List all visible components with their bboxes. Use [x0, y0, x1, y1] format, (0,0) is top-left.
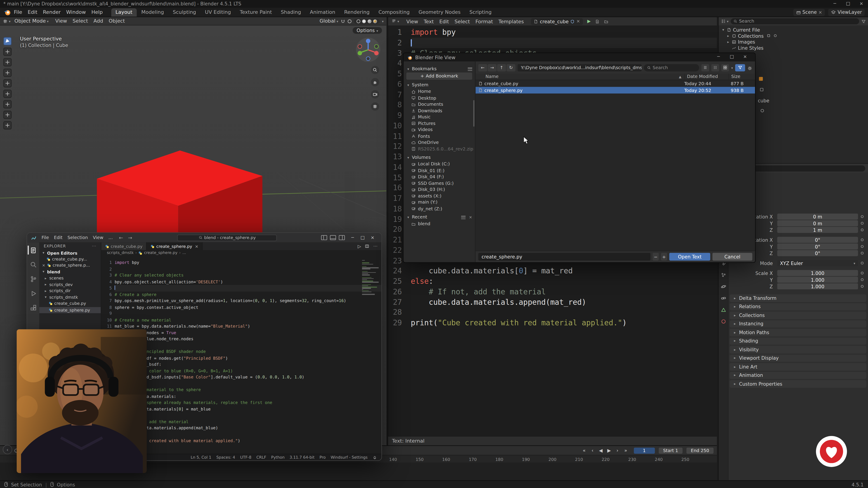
code-line[interactable]: cube.data.materials.append(mat_red): [411, 297, 717, 307]
open-editors-section[interactable]: ▾Open Editors: [39, 250, 101, 256]
text-menu-format[interactable]: Format: [473, 19, 496, 24]
status-item-python[interactable]: Python: [271, 455, 285, 459]
animate-dot-icon[interactable]: [861, 252, 864, 254]
close-icon[interactable]: ×: [855, 0, 868, 8]
tree-item-scripts-dir[interactable]: ▸scripts_dir: [39, 288, 101, 294]
code-line[interactable]: [115, 342, 381, 349]
column-date-modified[interactable]: Date Modified: [684, 74, 728, 79]
code-line[interactable]: else:: [411, 276, 717, 287]
unlink-datablock-icon[interactable]: ×: [577, 19, 580, 24]
recent-section-header[interactable]: ▾Recent×: [406, 215, 472, 220]
code-line[interactable]: [115, 431, 381, 437]
annotate-tool-button[interactable]: [3, 100, 12, 108]
editor-tab-create-cube-py[interactable]: create_cube.py: [101, 242, 147, 250]
cursor-tool-button[interactable]: [3, 48, 12, 56]
tree-item-create-sphere-py[interactable]: create_sphere.py: [39, 307, 101, 313]
close-icon[interactable]: ×: [739, 53, 752, 61]
outliner-item-line-styles[interactable]: Line Styles: [719, 45, 868, 51]
file-search-input[interactable]: Search: [644, 64, 699, 71]
sidebar-scrollbar[interactable]: [473, 100, 474, 127]
filter-funnel-button[interactable]: [735, 64, 745, 71]
code-line[interactable]: [411, 307, 717, 318]
animate-dot-icon[interactable]: [861, 215, 864, 218]
open-text-icon[interactable]: [604, 19, 609, 24]
sidebar-item-desktop[interactable]: Desktop: [406, 95, 472, 101]
code-line[interactable]: # Create a new material: [115, 317, 381, 323]
move-tool-button[interactable]: [3, 58, 12, 66]
view-layer-selector[interactable]: ViewLayer: [828, 8, 865, 16]
panel-section-custom-properties[interactable]: ▸Custom Properties: [730, 380, 866, 387]
system-section-header[interactable]: ▾System: [406, 83, 472, 88]
more-actions-icon[interactable]: ···: [373, 244, 377, 249]
location-y-field[interactable]: 0 m: [777, 220, 858, 226]
outliner-mesh-icon[interactable]: [760, 88, 763, 91]
section-menu-icon[interactable]: [461, 216, 466, 219]
sidebar-item-fonts[interactable]: Fonts: [406, 133, 472, 139]
maximize-icon[interactable]: □: [358, 235, 368, 240]
navigation-gizmo[interactable]: [355, 37, 381, 63]
minimize-icon[interactable]: ─: [712, 53, 725, 61]
next-keyframe-button[interactable]: ›: [614, 448, 621, 453]
minimize-icon[interactable]: ─: [348, 235, 358, 240]
volume-item-assets-x[interactable]: assets (X:): [406, 193, 472, 199]
rendered-shading-icon[interactable]: [373, 19, 377, 23]
breadcrumb[interactable]: scripts_dmstk›create_sphere.py›...: [101, 250, 381, 256]
column-name[interactable]: Name▲: [475, 74, 684, 79]
code-line[interactable]: if principled_bsdf:: [115, 361, 381, 367]
windsurf-menu-view[interactable]: View: [91, 235, 105, 240]
code-line[interactable]: # If not, add the material: [115, 419, 381, 425]
outliner-item-current-file[interactable]: ▾Current File: [719, 27, 868, 33]
nav-back-icon[interactable]: ←: [118, 235, 124, 240]
code-line[interactable]: bpy.ops.mesh.primitive_uv_sphere_add(rad…: [115, 298, 381, 304]
panel-section-shading[interactable]: ▸Shading: [730, 337, 866, 345]
snap-magnet-icon[interactable]: [340, 19, 345, 24]
tree-item-create-cube-py[interactable]: create_cube.py: [39, 300, 101, 307]
recent-item-blend[interactable]: blend: [406, 221, 472, 227]
mode-selector[interactable]: Object Mode▾: [14, 18, 49, 24]
thumbnail-view-icon[interactable]: [721, 64, 729, 71]
code-line[interactable]: if sphere.data.materials:: [115, 393, 381, 399]
code-line[interactable]: # Create a sphere: [115, 291, 381, 297]
location-z-field[interactable]: 1 m: [777, 227, 858, 233]
sidebar-item-pictures[interactable]: Pictures: [406, 121, 472, 127]
list-view-icon[interactable]: [702, 64, 709, 71]
code-line[interactable]: # Get the Principled BSDF shader node: [115, 349, 381, 355]
volume-item-local-disk-c[interactable]: Local Disk (C:): [406, 161, 472, 167]
viewport-menu-object[interactable]: Object: [106, 18, 127, 24]
topbar-menu-help[interactable]: Help: [89, 9, 105, 15]
blender-logo-icon[interactable]: [3, 8, 11, 16]
scale-x-field[interactable]: 1.000: [777, 270, 858, 276]
refresh-icon[interactable]: ↻: [506, 64, 515, 71]
outliner-search-input[interactable]: Search: [731, 18, 859, 24]
animate-dot-icon[interactable]: [861, 285, 864, 288]
workspace-tab-sculpting[interactable]: Sculpting: [168, 8, 200, 17]
volumes-section-header[interactable]: ▾Volumes: [406, 155, 472, 160]
volume-item-ssd-games-g[interactable]: SSD Games (G:): [406, 180, 472, 186]
text-menu-select[interactable]: Select: [452, 19, 472, 24]
viewport-menu-view[interactable]: View: [53, 18, 70, 24]
status-item-spaces-4[interactable]: Spaces: 4: [216, 455, 235, 459]
panel-section-relations[interactable]: ▸Relations: [730, 303, 866, 311]
detail-view-icon[interactable]: [711, 64, 719, 71]
minimap[interactable]: [362, 260, 380, 295]
workspace-tab-scripting[interactable]: Scripting: [465, 8, 496, 17]
filename-input[interactable]: create_sphere.py: [478, 253, 651, 260]
code-line[interactable]: [411, 37, 717, 48]
outliner-cube-item[interactable]: cube: [758, 98, 770, 103]
rotation-mode-field[interactable]: XYZ Euler▾: [777, 260, 858, 266]
rotate-tool-button[interactable]: [3, 69, 12, 77]
editor-type-button[interactable]: ▾: [3, 19, 10, 24]
frame-start-field[interactable]: Start 1: [659, 447, 683, 453]
editor-tab-create-sphere-py[interactable]: create_sphere.py×: [147, 242, 203, 250]
outliner-item-collections[interactable]: ▸Collections: [719, 33, 868, 39]
rotation-x-field[interactable]: 0°: [777, 237, 858, 243]
section-menu-icon[interactable]: [468, 67, 472, 71]
add-bookmark-button[interactable]: +Add Bookmark: [406, 72, 472, 80]
open-editor-create-sphere-p[interactable]: ×create_sphere.p...: [39, 262, 101, 268]
code-line[interactable]: [115, 381, 381, 387]
status-item-utf-8[interactable]: UTF-8: [240, 455, 251, 459]
animate-dot-icon[interactable]: [861, 262, 864, 264]
code-line[interactable]: principled_bsdf = nodes.get("Principled …: [115, 355, 381, 361]
properties-tab-material[interactable]: [719, 318, 727, 325]
workspace-root-section[interactable]: ▾blend: [39, 268, 101, 275]
